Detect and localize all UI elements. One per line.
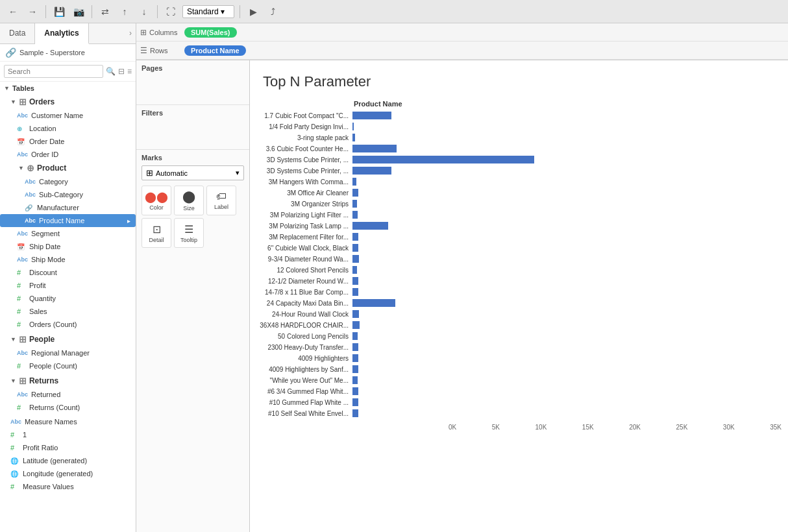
bar[interactable] <box>352 255 359 263</box>
search-icon[interactable]: 🔍 <box>106 67 116 76</box>
bar[interactable] <box>352 310 359 318</box>
bar[interactable] <box>352 222 388 230</box>
bar-label: "While you Were Out" Me... <box>256 377 352 384</box>
x-axis-tick: 15K <box>582 424 594 431</box>
marks-label-btn[interactable]: 🏷 Label <box>206 186 236 215</box>
bar[interactable] <box>352 233 358 241</box>
bar[interactable] <box>352 277 358 285</box>
bar[interactable] <box>352 288 358 296</box>
filter-icon[interactable]: ⊟ <box>118 67 125 76</box>
bar-row: 24-Hour Round Wall Clock <box>256 309 782 319</box>
field-longitude[interactable]: 🌐 Longitude (generated) <box>0 467 136 480</box>
marks-size-btn[interactable]: ⬤ Size <box>174 186 204 215</box>
bar[interactable] <box>352 123 354 130</box>
field-category[interactable]: Abc Category <box>0 175 136 188</box>
abc-icon: Abc <box>25 178 36 185</box>
field-profit[interactable]: # Profit <box>0 279 136 292</box>
marks-dropdown[interactable]: ⊞ Automatic ▾ <box>142 165 244 180</box>
redo-button[interactable]: → <box>25 4 40 19</box>
share-button[interactable]: ⤴ <box>265 4 280 19</box>
bar[interactable] <box>352 244 358 252</box>
bar[interactable] <box>352 266 357 274</box>
columns-pill[interactable]: SUM(Sales) <box>184 27 237 38</box>
standard-dropdown[interactable]: Standard ▾ <box>182 5 234 18</box>
field-measure-names[interactable]: Abc Measure Names <box>0 415 136 428</box>
field-sub-category[interactable]: Abc Sub-Category <box>0 188 136 201</box>
field-manufacturer[interactable]: 🔗 Manufacturer <box>0 201 136 214</box>
bar[interactable] <box>352 178 356 186</box>
save-button[interactable]: 💾 <box>51 4 67 19</box>
bar[interactable] <box>352 376 358 384</box>
field-returned[interactable]: Abc Returned <box>0 388 136 401</box>
detail-label: Detail <box>149 237 164 243</box>
returns-group-header[interactable]: ▼ ⊞ Returns <box>0 374 136 388</box>
undo-button[interactable]: ← <box>5 4 21 19</box>
tab-analytics[interactable]: Analytics <box>35 23 88 44</box>
bar[interactable] <box>352 145 397 152</box>
field-latitude[interactable]: 🌐 Latitude (generated) <box>0 454 136 467</box>
field-profit-ratio[interactable]: # Profit Ratio <box>0 441 136 454</box>
bar[interactable] <box>352 365 358 373</box>
fit-button[interactable]: ⛶ <box>163 4 179 19</box>
people-group-header[interactable]: ▼ ⊞ People <box>0 332 136 346</box>
field-orders-count[interactable]: # Orders (Count) <box>0 318 136 331</box>
marks-detail-btn[interactable]: ⊡ Detail <box>142 218 171 248</box>
marks-color-btn[interactable]: ⬤⬤ Color <box>142 186 171 215</box>
panel-close-icon[interactable]: › <box>125 23 136 43</box>
sort-desc-button[interactable]: ↓ <box>136 4 152 19</box>
rows-pill[interactable]: Product Name <box>184 45 246 56</box>
field-sales[interactable]: # Sales <box>0 305 136 318</box>
sort-asc-button[interactable]: ↑ <box>117 4 132 19</box>
bar[interactable] <box>352 387 358 395</box>
bar[interactable] <box>352 156 534 163</box>
filters-title: Filters <box>142 109 244 117</box>
bar[interactable] <box>352 211 358 219</box>
bar[interactable] <box>352 299 395 307</box>
bar[interactable] <box>352 343 358 351</box>
bar[interactable] <box>352 189 358 197</box>
orders-group: ▼ ⊞ Orders Abc Customer Name ⊕ Location … <box>0 95 136 331</box>
field-people-count[interactable]: # People (Count) <box>0 359 136 372</box>
field-1[interactable]: # 1 <box>0 428 136 441</box>
field-measure-values[interactable]: # Measure Values <box>0 480 136 493</box>
view-icon[interactable]: ≡ <box>127 67 132 76</box>
search-input[interactable] <box>4 65 103 78</box>
datasource-bar: 🔗 Sample - Superstore <box>0 44 136 62</box>
bar[interactable] <box>352 354 358 362</box>
present-button[interactable]: ▶ <box>245 4 261 19</box>
bar[interactable] <box>352 332 358 340</box>
bar-label: 3.6 Cubic Foot Counter He... <box>256 145 352 152</box>
bar[interactable] <box>352 321 360 329</box>
field-discount[interactable]: # Discount <box>0 266 136 279</box>
field-segment[interactable]: Abc Segment <box>0 227 136 240</box>
field-returns-count[interactable]: # Returns (Count) <box>0 401 136 414</box>
marks-tooltip-btn[interactable]: ☰ Tooltip <box>174 218 204 248</box>
swap-button[interactable]: ⇄ <box>97 4 113 19</box>
field-order-date[interactable]: 📅 Order Date <box>0 135 136 148</box>
field-regional-manager[interactable]: Abc Regional Manager <box>0 346 136 359</box>
bar-label: 3M Organizer Strips <box>256 200 352 208</box>
field-product-name[interactable]: Abc Product Name ▸ <box>0 214 136 227</box>
tab-data[interactable]: Data <box>0 23 35 43</box>
bar[interactable] <box>352 398 358 406</box>
bar[interactable] <box>352 134 355 141</box>
bar-row: 3D Systems Cube Printer, ... <box>256 165 782 176</box>
field-customer-name[interactable]: Abc Customer Name <box>0 109 136 122</box>
field-location[interactable]: ⊕ Location <box>0 122 136 135</box>
bar[interactable] <box>352 112 391 119</box>
bar-label: 24-Hour Round Wall Clock <box>256 311 352 318</box>
bar[interactable] <box>352 167 391 175</box>
field-order-id[interactable]: Abc Order ID <box>0 148 136 161</box>
field-label: Order Date <box>29 138 64 145</box>
orders-group-header[interactable]: ▼ ⊞ Orders <box>0 95 136 109</box>
field-ship-date[interactable]: 📅 Ship Date <box>0 240 136 253</box>
bar[interactable] <box>352 409 358 417</box>
product-group-header[interactable]: ▼ ⊕ Product <box>0 161 136 175</box>
field-quantity[interactable]: # Quantity <box>0 292 136 305</box>
bar-label: 3-ring staple pack <box>256 134 352 141</box>
tables-header[interactable]: ▼ Tables <box>0 82 136 95</box>
marks-dropdown-label: Automatic <box>156 169 188 177</box>
snapshot-button[interactable]: 📷 <box>71 4 86 19</box>
bar[interactable] <box>352 200 357 208</box>
field-ship-mode[interactable]: Abc Ship Mode <box>0 253 136 266</box>
